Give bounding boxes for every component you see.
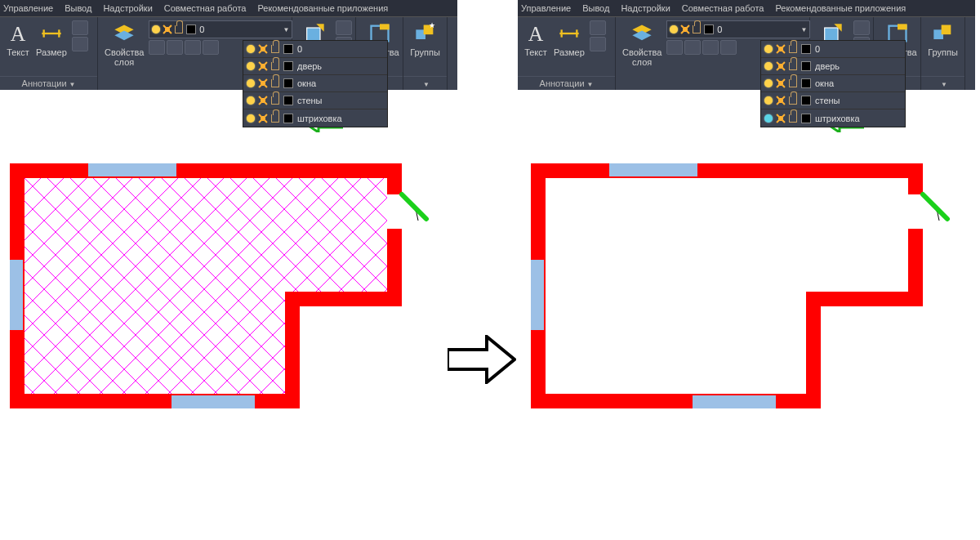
svg-rect-25: [941, 25, 951, 35]
layer-tool-1[interactable]: [149, 40, 165, 55]
layer-row-0[interactable]: 0: [243, 41, 387, 58]
tab-apps[interactable]: Рекомендованные приложения: [775, 3, 906, 13]
tab-collab[interactable]: Совместная работа: [682, 3, 764, 13]
lightbulb-icon[interactable]: [247, 62, 255, 70]
layer-row-hatch[interactable]: штриховка: [761, 109, 905, 127]
leader-icon[interactable]: [590, 20, 606, 35]
layer-row-0[interactable]: 0: [761, 41, 905, 58]
tab-manage[interactable]: Управление: [3, 3, 53, 13]
lock-icon[interactable]: [271, 62, 279, 70]
layer-tool-2[interactable]: [167, 40, 183, 55]
sun-icon[interactable]: [259, 45, 267, 53]
color-swatch[interactable]: [283, 114, 293, 123]
color-swatch: [186, 25, 196, 34]
lock-icon[interactable]: [271, 45, 279, 53]
lock-icon[interactable]: [789, 96, 797, 105]
sun-icon[interactable]: [259, 79, 267, 87]
floorplan-after: [531, 163, 956, 417]
svg-rect-29: [172, 395, 255, 408]
block-tool-1[interactable]: [853, 20, 870, 35]
layer-row-windows[interactable]: окна: [761, 75, 905, 92]
svg-rect-9: [380, 24, 390, 29]
sun-icon[interactable]: [777, 62, 785, 70]
sun-icon[interactable]: [777, 96, 785, 105]
layer-tool-1[interactable]: [666, 40, 683, 55]
block-tool-1[interactable]: [336, 20, 352, 35]
tab-apps[interactable]: Рекомендованные приложения: [257, 3, 388, 13]
layer-tool-2[interactable]: [684, 40, 701, 55]
text-button[interactable]: A Текст: [523, 20, 549, 59]
sun-icon[interactable]: [259, 114, 267, 123]
layer-properties-button[interactable]: Свойства слоя: [621, 20, 663, 69]
lock-icon[interactable]: [789, 79, 797, 87]
leader-icon[interactable]: [72, 20, 88, 35]
tab-addins[interactable]: Надстройки: [621, 3, 670, 13]
color-swatch[interactable]: [801, 44, 811, 54]
groups-icon: [932, 22, 955, 45]
svg-rect-27: [88, 163, 176, 176]
lightbulb-icon[interactable]: [764, 45, 773, 53]
lock-icon[interactable]: [271, 79, 279, 87]
layer-row-door[interactable]: дверь: [761, 58, 905, 75]
sun-icon[interactable]: [777, 79, 785, 87]
layer-tool-4[interactable]: [720, 40, 737, 55]
tab-addins[interactable]: Надстройки: [103, 3, 152, 13]
groups-button[interactable]: ★ Группы: [408, 20, 442, 59]
sun-icon[interactable]: [259, 62, 267, 70]
lightbulb-icon[interactable]: [764, 96, 773, 105]
table-icon[interactable]: [72, 37, 88, 51]
dimension-label: Размер: [36, 47, 67, 57]
layer-combobox[interactable]: 0 ▼: [666, 20, 810, 38]
panel-groups-title[interactable]: ▼: [403, 76, 447, 90]
color-swatch[interactable]: [283, 44, 293, 54]
lightbulb-icon[interactable]: [247, 45, 255, 53]
tab-output[interactable]: Вывод: [582, 3, 609, 13]
text-button[interactable]: A Текст: [5, 20, 31, 59]
panel-annotations: A Текст Размер Аннотации▼: [0, 17, 98, 90]
color-swatch[interactable]: [801, 78, 811, 88]
table-icon[interactable]: [590, 37, 606, 51]
layer-row-walls[interactable]: стены: [761, 92, 905, 109]
layer-row-hatch[interactable]: штриховка: [243, 109, 387, 127]
panel-annotations-title[interactable]: Аннотации▼: [518, 76, 615, 90]
color-swatch[interactable]: [801, 61, 811, 71]
color-swatch[interactable]: [801, 96, 811, 105]
panel-groups-title[interactable]: ▼: [921, 76, 964, 90]
ribbon-right: Управление Вывод Надстройки Совместная р…: [518, 0, 975, 135]
layer-tool-4[interactable]: [203, 40, 219, 55]
lightbulb-icon[interactable]: [764, 114, 773, 123]
layer-row-windows[interactable]: окна: [243, 75, 387, 92]
color-swatch[interactable]: [283, 78, 293, 88]
sun-icon[interactable]: [777, 45, 785, 53]
lock-icon[interactable]: [789, 114, 797, 123]
color-swatch[interactable]: [801, 114, 811, 123]
layer-tool-3[interactable]: [185, 40, 201, 55]
layer-combobox[interactable]: 0 ▼: [149, 20, 292, 38]
tab-collab[interactable]: Совместная работа: [164, 3, 247, 13]
chevron-down-icon: ▼: [800, 26, 807, 33]
lock-icon[interactable]: [789, 62, 797, 70]
lightbulb-icon[interactable]: [764, 79, 773, 87]
tab-manage[interactable]: Управление: [521, 3, 571, 13]
lightbulb-icon[interactable]: [247, 114, 255, 123]
color-swatch[interactable]: [283, 61, 293, 71]
panel-annotations-title[interactable]: Аннотации▼: [0, 76, 97, 90]
dimension-button[interactable]: Размер: [552, 20, 586, 59]
lock-icon[interactable]: [789, 45, 797, 53]
tab-output[interactable]: Вывод: [65, 3, 91, 13]
lock-icon[interactable]: [271, 96, 279, 105]
sun-icon[interactable]: [777, 114, 785, 123]
layer-row-door[interactable]: дверь: [243, 58, 387, 75]
lock-icon[interactable]: [271, 114, 279, 123]
lightbulb-icon[interactable]: [247, 79, 255, 87]
groups-button[interactable]: Группы: [926, 20, 960, 59]
layer-row-walls[interactable]: стены: [243, 92, 387, 109]
lightbulb-icon[interactable]: [247, 96, 255, 105]
svg-text:★: ★: [428, 22, 434, 29]
sun-icon[interactable]: [259, 96, 267, 105]
dimension-button[interactable]: Размер: [34, 20, 69, 59]
color-swatch[interactable]: [283, 96, 293, 105]
layer-properties-button[interactable]: Свойства слоя: [103, 20, 145, 69]
lightbulb-icon[interactable]: [764, 62, 773, 70]
layer-tool-3[interactable]: [702, 40, 719, 55]
